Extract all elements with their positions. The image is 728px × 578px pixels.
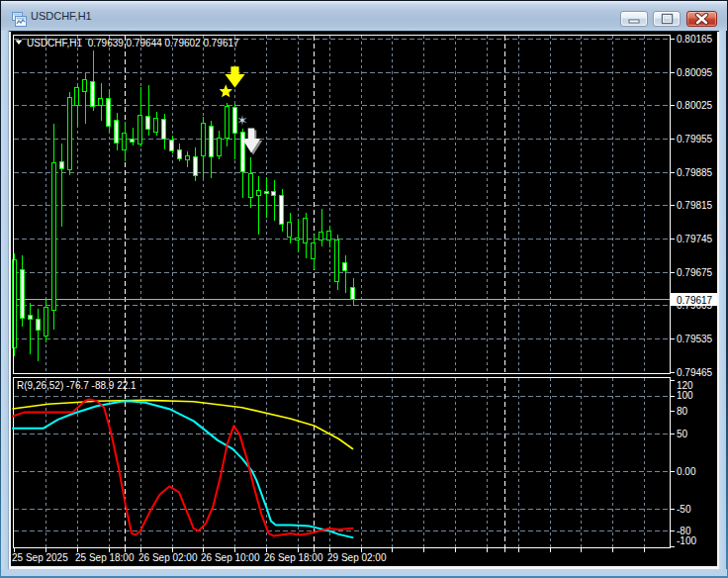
svg-text:100: 100	[677, 390, 693, 401]
svg-text:USDCHF,H1 0.79639 0.79644 0.7: USDCHF,H1 0.79639 0.79644 0.79602 0.7961…	[27, 38, 239, 48]
svg-text:0.79815: 0.79815	[677, 200, 713, 211]
svg-text:25 Sep 2025: 25 Sep 2025	[12, 552, 68, 563]
svg-text:0.80095: 0.80095	[677, 67, 713, 78]
svg-text:-50: -50	[677, 504, 691, 515]
svg-text:0.79617: 0.79617	[677, 295, 713, 306]
svg-text:0.79955: 0.79955	[677, 134, 713, 144]
svg-text:25 Sep 18:00: 25 Sep 18:00	[75, 552, 135, 563]
svg-text:26 Sep 10:00: 26 Sep 10:00	[201, 552, 260, 563]
svg-text:-100: -100	[677, 535, 696, 546]
svg-text:0.00: 0.00	[677, 466, 696, 477]
svg-text:R(9,26,52) -76.7 -88.9 22.1: R(9,26,52) -76.7 -88.9 22.1	[17, 380, 136, 391]
svg-text:0.79675: 0.79675	[677, 267, 713, 278]
svg-text:26 Sep 02:00: 26 Sep 02:00	[138, 552, 198, 563]
svg-text:29 Sep 02:00: 29 Sep 02:00	[327, 552, 387, 563]
svg-text:80: 80	[677, 406, 688, 417]
svg-text:26 Sep 18:00: 26 Sep 18:00	[264, 552, 323, 563]
svg-text:0.79745: 0.79745	[677, 234, 713, 244]
svg-text:0.79535: 0.79535	[677, 334, 713, 344]
svg-text:50: 50	[677, 429, 688, 439]
svg-text:0.80165: 0.80165	[677, 34, 713, 45]
svg-text:0.80025: 0.80025	[677, 100, 713, 111]
svg-text:0.79885: 0.79885	[677, 167, 713, 178]
svg-text:0.79465: 0.79465	[677, 367, 713, 378]
